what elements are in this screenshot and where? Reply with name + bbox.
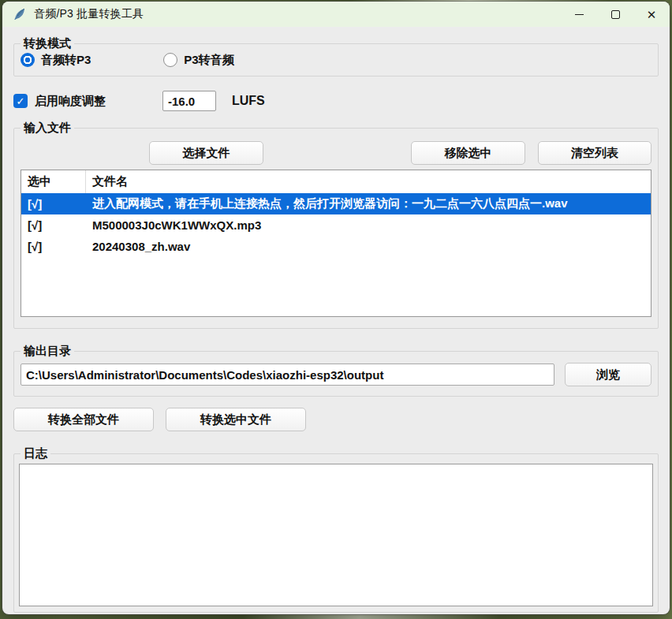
log-label: 日志 xyxy=(21,446,50,461)
log-textarea[interactable] xyxy=(19,464,653,606)
browse-button[interactable]: 浏览 xyxy=(565,363,651,386)
minimize-icon xyxy=(575,14,584,15)
close-icon: ✕ xyxy=(647,9,657,21)
row-checked[interactable]: [√] xyxy=(21,240,86,253)
input-files-group: 输入文件 选择文件 移除选中 清空列表 选中 文件名 [√] 进入配网模式，请在… xyxy=(13,128,659,329)
output-directory-row: 浏览 xyxy=(21,363,651,386)
table-row[interactable]: [√] 20240308_zh.wav xyxy=(21,236,651,257)
row-filename[interactable]: M500003J0cWK1WWxQX.mp3 xyxy=(86,218,651,232)
radio-p3-to-audio-label: P3转音频 xyxy=(184,53,233,68)
radio-audio-to-p3-label: 音频转P3 xyxy=(41,53,91,68)
python-feather-icon xyxy=(13,8,26,21)
title-bar[interactable]: 音频/P3 批量转换工具 ✕ xyxy=(2,2,670,27)
window-controls: ✕ xyxy=(561,2,670,27)
table-row[interactable]: [√] 进入配网模式，请在手机上连接热点，然后打开浏览器访问：一九二点一六八点四… xyxy=(21,193,651,214)
output-directory-label: 输出目录 xyxy=(21,343,74,359)
input-files-toolbar: 选择文件 移除选中 清空列表 xyxy=(21,141,651,165)
file-table-header: 选中 文件名 xyxy=(21,170,651,193)
table-row[interactable]: [√] M500003J0cWK1WWxQX.mp3 xyxy=(21,214,651,236)
minimize-button[interactable] xyxy=(561,2,597,27)
remove-selected-button[interactable]: 移除选中 xyxy=(411,141,525,165)
log-group: 日志 xyxy=(13,453,659,613)
input-files-label: 输入文件 xyxy=(21,120,74,136)
clear-list-button[interactable]: 清空列表 xyxy=(538,141,651,165)
convert-selected-button[interactable]: 转换选中文件 xyxy=(166,408,306,431)
conversion-mode-label: 转换模式 xyxy=(21,35,74,51)
window-title: 音频/P3 批量转换工具 xyxy=(34,7,144,21)
loudness-unit-label: LUFS xyxy=(232,94,265,108)
header-checked: 选中 xyxy=(21,170,86,193)
output-directory-group: 输出目录 浏览 xyxy=(13,351,659,397)
loudness-row: ✓ 启用响度调整 LUFS xyxy=(13,91,659,111)
radio-audio-to-p3[interactable]: 音频转P3 xyxy=(21,53,91,68)
conversion-mode-group: 转换模式 音频转P3 P3转音频 xyxy=(13,43,659,76)
file-table[interactable]: 选中 文件名 [√] 进入配网模式，请在手机上连接热点，然后打开浏览器访问：一九… xyxy=(21,170,651,317)
main-content: 转换模式 音频转P3 P3转音频 ✓ 启用响度调整 LUFS 输入文件 选择文件… xyxy=(2,27,670,614)
radio-unselected-icon[interactable] xyxy=(163,53,177,67)
loudness-checkbox[interactable]: ✓ xyxy=(13,94,28,108)
loudness-value-input[interactable] xyxy=(162,91,216,111)
loudness-checkbox-label[interactable]: 启用响度调整 xyxy=(35,94,106,109)
radio-selected-icon[interactable] xyxy=(21,53,35,67)
radio-p3-to-audio[interactable]: P3转音频 xyxy=(163,53,233,68)
action-buttons-row: 转换全部文件 转换选中文件 xyxy=(13,408,659,431)
output-path-input[interactable] xyxy=(21,364,554,386)
select-files-button[interactable]: 选择文件 xyxy=(149,141,263,165)
convert-all-button[interactable]: 转换全部文件 xyxy=(13,408,154,431)
row-filename[interactable]: 进入配网模式，请在手机上连接热点，然后打开浏览器访问：一九二点一六八点四点一.w… xyxy=(86,196,651,211)
row-checked[interactable]: [√] xyxy=(21,197,86,211)
row-filename[interactable]: 20240308_zh.wav xyxy=(86,240,651,253)
close-button[interactable]: ✕ xyxy=(633,2,670,27)
maximize-button[interactable] xyxy=(597,2,633,27)
header-filename: 文件名 xyxy=(86,174,651,189)
app-window: 音频/P3 批量转换工具 ✕ 转换模式 音频转P3 P3转音频 ✓ 启用响度调整… xyxy=(2,2,670,614)
maximize-icon xyxy=(611,10,620,19)
row-checked[interactable]: [√] xyxy=(21,218,86,232)
